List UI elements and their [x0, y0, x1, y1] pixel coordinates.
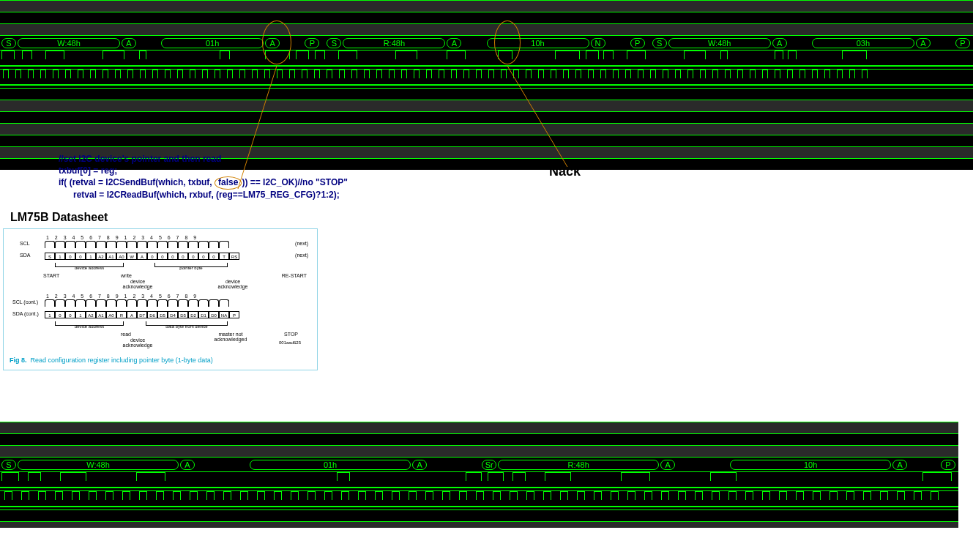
ds-dev-ack: device acknowledge: [119, 337, 156, 348]
scl-row: document.write(Array.from({length:70},(_…: [0, 69, 973, 88]
ds-bit: 1: [55, 253, 65, 260]
protocol-segment: P: [941, 460, 955, 470]
ds-scl-label: SCL: [20, 241, 30, 246]
ds-bit: 0: [178, 253, 188, 260]
trace-row: [0, 509, 958, 521]
protocol-segment: R:48h: [498, 460, 659, 470]
protocol-segment: 03h: [812, 38, 914, 48]
ds-bit: 0: [209, 253, 219, 260]
protocol-segment: Sr: [482, 460, 496, 470]
ds-bracket: data byte from device: [146, 321, 228, 326]
ds-master-nack: master not acknowledged: [210, 332, 251, 342]
sda-row: [0, 50, 973, 69]
ds-bit: 0: [198, 253, 209, 260]
ds-bit: D2: [188, 311, 198, 318]
ds-sda-label: SDA: [20, 253, 30, 258]
protocol-segment: W:48h: [18, 38, 120, 48]
ds-scl-cont: SCL (cont.): [12, 299, 38, 305]
ds-bit: D5: [157, 311, 168, 318]
protocol-segment: N: [591, 38, 605, 48]
trace-row: [0, 135, 973, 146]
callout-oval-stop: [262, 20, 291, 64]
ds-bit: 0: [65, 253, 75, 260]
datasheet-figure: SCL SDA (next) (next) 1 2 3 4 5 6 7 8 9 …: [3, 228, 318, 370]
i2c-protocol-decode-row: SW:48hA01hAPSR:48hA10hNPSW:48hA03hAP: [0, 35, 973, 50]
ds-bit: A: [137, 253, 147, 260]
ds-bit: 0: [168, 253, 178, 260]
ds-bracket: device address: [55, 263, 124, 267]
ds-bit: A: [127, 311, 137, 318]
ds-bit: A0: [116, 253, 127, 260]
trace-row: [0, 123, 973, 135]
ds-bit: A2: [86, 311, 96, 318]
ds-bit: 0: [157, 253, 168, 260]
protocol-segment: P: [305, 38, 319, 48]
ds-dev-ack: device acknowledge: [119, 279, 156, 289]
ds-bit: D6: [147, 311, 157, 318]
ds-bit: 0: [65, 311, 75, 318]
ds-bit: W: [127, 253, 137, 260]
trace-row: [0, 0, 973, 12]
protocol-segment: P: [955, 38, 970, 48]
scl-row: document.write(Array.from({length:56},(_…: [0, 490, 958, 509]
ds-bit: 1: [75, 311, 86, 318]
ds-bit: R: [116, 311, 127, 318]
ds-bit: S: [45, 253, 55, 260]
ds-restart: RE-START: [282, 273, 307, 278]
ds-bit: D4: [168, 311, 178, 318]
protocol-segment: A: [892, 460, 907, 470]
sda-row: [0, 471, 958, 490]
protocol-segment: A: [772, 38, 787, 48]
ds-bit: A1: [106, 253, 116, 260]
annotation-block: Nack //set I2C device's pointer and then…: [0, 146, 973, 208]
ds-bit: 0: [55, 311, 65, 318]
ds-bit: 0: [188, 253, 198, 260]
logic-analyzer-bottom: SW:48hA01hASrR:48hA10hAP document.write(…: [0, 422, 958, 528]
ds-bit: D3: [178, 311, 188, 318]
ds-bit: D7: [137, 311, 147, 318]
trace-row: [0, 422, 958, 433]
protocol-segment: 10h: [730, 460, 891, 470]
protocol-segment: S: [327, 38, 341, 48]
ds-bit: D1: [198, 311, 209, 318]
callout-oval-nack: [494, 20, 521, 64]
ds-bit: A0: [106, 311, 116, 318]
protocol-segment: A: [180, 460, 195, 470]
ds-doc-id: 001aad625: [279, 340, 301, 345]
ds-bit: 1: [45, 311, 55, 318]
trace-row: [0, 100, 973, 111]
trace-row: [0, 88, 973, 100]
trace-row: [0, 23, 973, 35]
protocol-segment: 01h: [161, 38, 264, 48]
protocol-segment: A: [660, 460, 675, 470]
logic-analyzer-top: SW:48hA01hAPSR:48hA10hNPSW:48hA03hAP doc…: [0, 0, 973, 146]
protocol-segment: A: [916, 38, 931, 48]
code-line-1: txbuf[0] = reg;: [59, 165, 914, 177]
ds-bit: 1: [86, 253, 96, 260]
ds-bit: T: [219, 253, 229, 260]
datasheet-title: LM75B Datasheet: [0, 208, 973, 227]
nack-label: Nack: [549, 164, 581, 179]
ds-start: START: [43, 273, 59, 278]
protocol-segment: 01h: [250, 460, 411, 470]
ds-dev-ack: device acknowledge: [215, 279, 251, 289]
ds-bit: D0: [209, 311, 219, 318]
ds-bit: 0: [75, 253, 86, 260]
trace-row: [0, 445, 958, 457]
code-line-3: retval = I2CReadBuf(which, rxbuf, (reg==…: [59, 190, 914, 201]
trace-row: [0, 521, 958, 528]
protocol-segment: W:48h: [668, 38, 771, 48]
ds-bit: 0: [147, 253, 157, 260]
protocol-segment: A: [122, 38, 136, 48]
protocol-segment: A: [412, 460, 427, 470]
ds-bracket: pointer byte: [154, 263, 228, 267]
ds-bit: A1: [96, 311, 106, 318]
ds-read: read: [121, 332, 131, 337]
protocol-segment: R:48h: [343, 38, 445, 48]
ds-bit: NA: [219, 311, 229, 318]
ds-bracket: device address: [55, 321, 124, 326]
protocol-segment: P: [630, 38, 645, 48]
ds-stop: STOP: [284, 332, 298, 337]
datasheet-caption: Fig 8. Read configuration register inclu…: [10, 356, 311, 364]
ds-sda-cont: SDA (cont.): [12, 311, 39, 316]
